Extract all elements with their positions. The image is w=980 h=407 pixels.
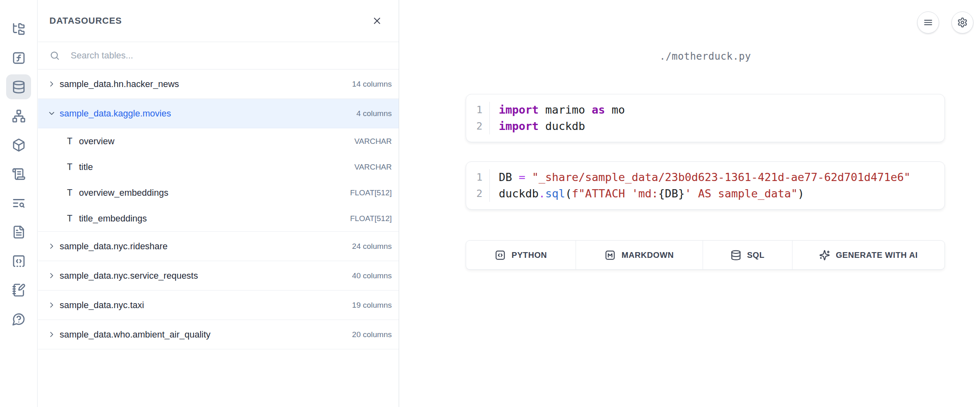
table-column-count: 24 columns bbox=[352, 242, 392, 251]
settings-button[interactable] bbox=[951, 11, 973, 34]
line-number: 1 bbox=[466, 102, 482, 118]
code-cell[interactable]: 12DB = "_share/sample_data/23b0d623-1361… bbox=[466, 161, 945, 210]
chevron-right-icon bbox=[47, 301, 56, 309]
notebook-filename[interactable]: ./motherduck.py bbox=[466, 51, 945, 62]
code-square-icon bbox=[12, 254, 26, 268]
function-square-icon bbox=[12, 51, 26, 65]
add-python-cell-button[interactable]: PYTHON bbox=[466, 241, 576, 269]
text-type-icon: T bbox=[67, 213, 72, 224]
box-icon bbox=[12, 138, 26, 152]
sparkles-icon bbox=[819, 250, 830, 261]
sidebar-tab-snippets[interactable] bbox=[6, 248, 31, 273]
text-type-icon: T bbox=[67, 136, 72, 146]
table-row[interactable]: sample_data.kaggle.movies4 columns bbox=[38, 99, 399, 128]
sidebar-tab-documentation[interactable] bbox=[6, 219, 31, 244]
sidebar-icon-rail bbox=[0, 0, 38, 407]
cell-editor[interactable]: DB = "_share/sample_data/23b0d623-1361-4… bbox=[490, 169, 944, 202]
sidebar-tab-file-explorer[interactable] bbox=[6, 16, 31, 41]
line-number: 1 bbox=[466, 169, 482, 186]
table-name: sample_data.nyc.rideshare bbox=[60, 241, 352, 252]
sidebar-tab-scratchpad[interactable] bbox=[6, 277, 31, 302]
add-cell-bar: PYTHONMARKDOWNSQLGENERATE WITH AI bbox=[466, 240, 945, 270]
text-type-icon: T bbox=[67, 162, 72, 172]
table-column-count: 19 columns bbox=[352, 301, 392, 310]
cell-editor[interactable]: import marimo as moimport duckdb bbox=[490, 102, 944, 134]
search-row bbox=[38, 42, 399, 69]
add-cell-button-label: SQL bbox=[747, 250, 765, 260]
code-line: import duckdb bbox=[499, 118, 944, 134]
notebook-pen-icon bbox=[12, 283, 26, 297]
add-sql-cell-button[interactable]: SQL bbox=[703, 241, 792, 269]
close-icon bbox=[372, 16, 382, 26]
column-row[interactable]: TtitleVARCHAR bbox=[38, 154, 399, 180]
text-type-icon: T bbox=[67, 188, 72, 198]
database-icon bbox=[730, 250, 741, 261]
code-line: duckdb.sql(f"ATTACH 'md:{DB}' AS sample_… bbox=[499, 186, 944, 202]
sidebar-tab-logs[interactable] bbox=[6, 161, 31, 186]
table-row[interactable]: sample_data.nyc.service_requests40 colum… bbox=[38, 261, 399, 291]
table-name: sample_data.who.ambient_air_quality bbox=[60, 329, 352, 340]
search-icon bbox=[49, 50, 60, 61]
sidebar-tab-variables[interactable] bbox=[6, 45, 31, 70]
file-text-icon bbox=[12, 225, 26, 239]
line-number: 2 bbox=[466, 118, 482, 134]
gear-icon bbox=[957, 17, 968, 28]
column-row[interactable]: Ttitle_embeddingsFLOAT[512] bbox=[38, 206, 399, 231]
code-cell[interactable]: 12import marimo as moimport duckdb bbox=[466, 94, 945, 142]
chevron-right-icon bbox=[47, 80, 56, 88]
column-name: title bbox=[79, 162, 354, 172]
column-row[interactable]: ToverviewVARCHAR bbox=[38, 128, 399, 154]
notebook-area: ./motherduck.py 12import marimo as moimp… bbox=[466, 0, 945, 407]
scroll-text-icon bbox=[12, 167, 26, 181]
table-row[interactable]: sample_data.hn.hacker_news14 columns bbox=[38, 69, 399, 99]
add-markdown-cell-button[interactable]: MARKDOWN bbox=[576, 241, 703, 269]
table-column-count: 4 columns bbox=[356, 109, 392, 118]
search-tables-input[interactable] bbox=[70, 50, 387, 61]
sidebar-tab-tracebacks[interactable] bbox=[6, 190, 31, 215]
table-column-count: 40 columns bbox=[352, 271, 392, 280]
table-row[interactable]: sample_data.nyc.taxi19 columns bbox=[38, 291, 399, 320]
sidebar-tab-datasources[interactable] bbox=[6, 74, 31, 99]
table-column-count: 14 columns bbox=[352, 80, 392, 89]
code-square-icon bbox=[495, 250, 506, 261]
datasources-panel-header: DATASOURCES bbox=[38, 0, 399, 42]
chevron-right-icon bbox=[47, 242, 56, 250]
column-name: overview_embeddings bbox=[79, 188, 350, 198]
sidebar-tab-packages[interactable] bbox=[6, 132, 31, 157]
sidebar-tab-chat-help[interactable] bbox=[6, 306, 31, 331]
text-search-icon bbox=[12, 196, 26, 210]
chat-question-icon bbox=[12, 312, 26, 326]
table-row[interactable]: sample_data.nyc.rideshare24 columns bbox=[38, 232, 399, 261]
table-name: sample_data.hn.hacker_news bbox=[60, 79, 352, 89]
markdown-square-icon bbox=[605, 250, 616, 261]
table-column-count: 20 columns bbox=[352, 330, 392, 339]
database-icon bbox=[12, 80, 26, 94]
chevron-down-icon bbox=[47, 109, 56, 118]
code-line: import marimo as mo bbox=[499, 102, 944, 118]
chevron-right-icon bbox=[47, 271, 56, 280]
add-cell-button-label: GENERATE WITH AI bbox=[836, 250, 918, 260]
add-cell-button-label: PYTHON bbox=[511, 250, 547, 260]
table-list: sample_data.hn.hacker_news14 columnssamp… bbox=[38, 69, 399, 349]
network-icon bbox=[12, 109, 26, 123]
generate-with-ai-button[interactable]: GENERATE WITH AI bbox=[792, 241, 944, 269]
add-cell-button-label: MARKDOWN bbox=[621, 250, 674, 260]
sidebar-tab-dependency-graph[interactable] bbox=[6, 103, 31, 128]
close-panel-button[interactable] bbox=[372, 16, 382, 26]
chevron-right-icon bbox=[47, 330, 56, 339]
table-name: sample_data.nyc.service_requests bbox=[60, 271, 352, 281]
line-number-gutter: 12 bbox=[466, 102, 490, 134]
panel-title: DATASOURCES bbox=[49, 16, 122, 26]
column-name: title_embeddings bbox=[79, 213, 350, 224]
datasources-panel: DATASOURCES sample_data.hn.hacker_news14… bbox=[38, 0, 399, 407]
column-type: VARCHAR bbox=[355, 137, 392, 146]
table-row[interactable]: sample_data.who.ambient_air_quality20 co… bbox=[38, 320, 399, 349]
table-name: sample_data.kaggle.movies bbox=[60, 108, 356, 119]
table-name: sample_data.nyc.taxi bbox=[60, 300, 352, 311]
line-number: 2 bbox=[466, 186, 482, 202]
code-line: DB = "_share/sample_data/23b0d623-1361-4… bbox=[499, 169, 944, 186]
column-row[interactable]: Toverview_embeddingsFLOAT[512] bbox=[38, 180, 399, 206]
column-type: FLOAT[512] bbox=[350, 188, 392, 197]
line-number-gutter: 12 bbox=[466, 169, 490, 202]
column-type: VARCHAR bbox=[355, 163, 392, 172]
